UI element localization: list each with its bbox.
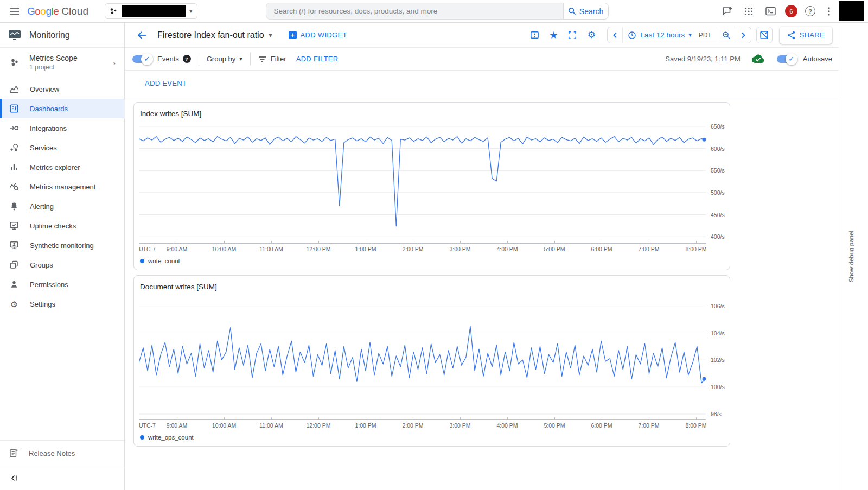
add-widget-label: ADD WIDGET [301,31,347,39]
add-event-button[interactable]: ADD EVENT [145,79,187,87]
search-icon [568,7,576,15]
search-button[interactable]: Search [563,3,609,20]
notifications-badge[interactable]: 6 [785,5,797,17]
check-icon: ✓ [788,55,794,63]
sidebar-item-alerting[interactable]: Alerting [0,196,125,216]
autosave-label: Autosave [803,55,832,63]
y-axis-label: 98/s [711,411,722,417]
chart-title: Index writes [SUM] [134,103,730,123]
legend-item[interactable]: write_ops_count [134,430,194,443]
metrics-management-icon [9,182,20,192]
help-button[interactable]: ? [805,6,815,16]
google-cloud-logo[interactable]: Google Cloud [27,5,88,17]
dashboard-settings-button[interactable]: ⚙ [584,28,598,42]
monitoring-product-icon [8,30,21,41]
x-tick-mark [507,241,508,244]
panel-info-icon [530,30,539,40]
x-tick-mark [224,417,225,420]
chart-plot-area[interactable] [139,296,706,419]
timezone-label: PDT [699,31,712,39]
legend-item[interactable]: write_count [134,253,180,266]
project-icon [110,7,118,15]
x-tick-mark [696,241,697,244]
x-tick-mark [413,417,413,420]
time-forward-button[interactable] [736,27,751,43]
x-axis-label: 5:00 PM [544,246,565,252]
sidebar-nav: Overview Dashboards Integrations [0,77,124,314]
add-widget-button[interactable]: + ADD WIDGET [289,31,347,39]
services-icon [9,143,20,152]
redacted-project-name [122,5,186,17]
dashboard-title: Firestore Index fan-out ratio [157,30,264,40]
zoom-out-button[interactable] [717,27,736,43]
x-axis-label: 8:00 PM [685,422,706,429]
metrics-scope-selector[interactable]: Metrics Scope 1 project › [0,48,124,77]
feedback-button[interactable] [720,4,734,18]
x-axis-label: 7:00 PM [638,422,659,429]
x-axis-label: 4:00 PM [496,422,518,429]
x-axis-label: 10:00 AM [212,246,236,252]
feedback-icon [722,6,732,16]
x-tick-mark [696,417,697,420]
events-help-icon[interactable]: ? [183,55,191,63]
y-axis-label: 106/s [711,303,725,309]
y-axis: 106/s104/s102/s100/s98/s [706,296,730,419]
time-range-dropdown[interactable]: Last 12 hours ▾ PDT [622,27,716,43]
x-axis: UTC-7 9:00 AM10:00 AM11:00 AM12:00 PM1:0… [139,419,706,430]
autosave-toggle[interactable]: ✓ [777,55,796,63]
dashboard-content: Index writes [SUM] 650/s600/s550/s500/s4… [125,96,839,490]
hide-chart-toggle-button[interactable] [756,27,773,43]
back-button[interactable] [133,27,151,44]
fullscreen-button[interactable] [565,28,579,42]
chart-card-index-writes: Index writes [SUM] 650/s600/s550/s500/s4… [133,102,730,270]
release-notes-label: Release Notes [29,449,75,457]
x-axis-prefix: UTC-7 [139,246,156,252]
events-toggle[interactable]: ✓ [132,55,152,63]
sidebar-item-uptime-checks[interactable]: Uptime checks [0,216,125,236]
x-axis-label: 2:00 PM [402,246,423,252]
sidebar-item-overview[interactable]: Overview [0,79,125,99]
sidebar-item-dashboards[interactable]: Dashboards [0,99,125,118]
product-header: Monitoring [0,23,124,48]
sidebar-item-release-notes[interactable]: Release Notes [0,440,124,466]
sidebar-item-permissions[interactable]: Permissions [0,275,125,294]
dashboard-title-dropdown[interactable]: Firestore Index fan-out ratio ▾ [157,30,272,40]
issue-panel-button[interactable] [527,28,541,42]
hamburger-menu-button[interactable] [4,1,25,22]
legend-label: write_ops_count [148,434,194,441]
dashboards-icon [9,104,20,113]
favorite-button[interactable]: ★ [546,28,560,42]
project-selector[interactable]: ▾ [105,3,197,19]
sidebar-item-metrics-explorer[interactable]: Metrics explorer [0,157,125,177]
google-logo-word: Google [27,5,59,17]
sidebar-item-label: Dashboards [30,105,68,113]
share-button[interactable]: SHARE [780,27,832,44]
x-tick-mark [366,417,366,420]
x-axis-label: 3:00 PM [449,422,470,429]
sidebar-item-synthetic-monitoring[interactable]: Synthetic monitoring [0,236,125,255]
sidebar-item-services[interactable]: Services [0,138,125,157]
chevron-left-icon [612,32,617,39]
collapse-sidebar-button[interactable] [0,466,124,490]
filter-label: Filter [271,55,286,63]
show-debug-panel-button[interactable]: Show debug panel [848,231,854,282]
time-back-button[interactable] [608,27,622,43]
add-filter-button[interactable]: ADD FILTER [296,55,339,63]
apps-grid-button[interactable] [742,4,756,18]
sidebar-item-label: Permissions [30,281,68,289]
chart-plot-area[interactable] [139,123,706,243]
sidebar-item-settings[interactable]: ⚙ Settings [0,294,125,314]
search-input[interactable] [266,3,563,20]
group-by-dropdown[interactable]: Group by ▾ [207,55,242,63]
more-options-button[interactable] [823,4,835,18]
avatar[interactable] [839,1,864,21]
saved-cloud-check-icon [751,54,765,64]
chevron-right-icon[interactable]: › [113,58,119,67]
product-title: Monitoring [29,30,70,40]
sidebar-item-metrics-management[interactable]: Metrics management [0,177,125,196]
chart-title: Document writes [SUM] [134,276,730,296]
filter-button[interactable]: Filter [258,55,286,63]
sidebar-item-groups[interactable]: Groups [0,255,125,275]
cloud-shell-button[interactable] [763,4,777,18]
sidebar-item-integrations[interactable]: Integrations [0,118,125,138]
